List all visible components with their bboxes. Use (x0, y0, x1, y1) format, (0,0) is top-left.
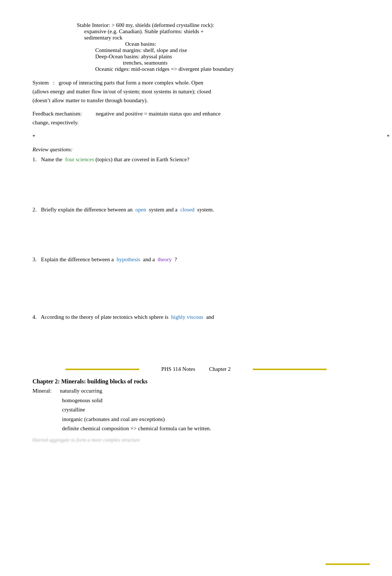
mineral-item-4-row: definite chemical composition => chemica… (62, 424, 360, 434)
stable-interior-line2: expansive (e.g. Canadian). Stable platfo… (84, 28, 360, 35)
mineral-label-row: Mineral: naturally occurring (32, 386, 360, 396)
question-1-suffix: (topics) that are covered in Earth Scien… (96, 156, 189, 162)
footer-center-text: PHS 114 Notes Chapter 2 (161, 366, 231, 372)
question-4-number: 4. (32, 314, 37, 320)
question-3: 3. Explain the difference between a hypo… (32, 255, 360, 265)
question-4-prefix: According to the theory of plate tectoni… (41, 314, 168, 320)
continental-margins: Continental margins: shelf, slope and ri… (95, 47, 360, 54)
deep-ocean: Deep-Ocean basins: abyssal plains (95, 54, 360, 60)
question-4-suffix: and (206, 314, 214, 320)
feedback-paragraph: Feedback mechanism: negative and positiv… (32, 109, 360, 127)
question-2-prefix: Briefly explain the difference between a… (41, 207, 133, 213)
bottom-divider-bar (326, 563, 370, 565)
question-3-middle: and a (143, 256, 155, 262)
blurred-bottom-text: blurred aggregate to form a more complex… (32, 437, 360, 443)
answer-area-2 (32, 229, 360, 251)
oceanic-ridges: Oceanic ridges: mid-ocean ridges => dive… (95, 66, 360, 72)
question-4-highlight-viscous: highly viscous (171, 314, 203, 320)
answer-area-4 (32, 337, 360, 362)
stable-interior-line3: sedimentary rock (84, 35, 360, 41)
mineral-section: Mineral: naturally occurring homogenous … (32, 386, 360, 434)
divider-bar-left (65, 369, 139, 370)
question-2-highlight-closed: closed (180, 207, 195, 213)
footer-divider-row: PHS 114 Notes Chapter 2 (32, 366, 360, 372)
trenches: trenches, seamounts (123, 60, 360, 66)
mineral-item-0: naturally occurring (60, 388, 102, 394)
question-2-number: 2. (32, 207, 37, 213)
question-2: 2. Briefly explain the difference betwee… (32, 205, 360, 215)
question-3-highlight-theory: theory (158, 256, 172, 262)
question-3-highlight-hypothesis: hypothesis (117, 256, 140, 262)
answer-area-3 (32, 279, 360, 309)
stable-interior-line1: Stable Interior: > 600 my, shields (defo… (77, 22, 360, 28)
question-2-suffix: system. (197, 207, 214, 213)
answer-area-1 (32, 179, 360, 201)
question-3-prefix: Explain the difference between a (41, 256, 114, 262)
ocean-basins-label: Ocean basins: (32, 41, 360, 47)
mineral-item-1-row: homogenous solid (62, 396, 360, 406)
question-3-suffix: ? (175, 256, 177, 262)
chapter2-title: Chapter 2: Minerals: building blocks of … (32, 378, 360, 385)
question-1-prefix: Name the (41, 156, 62, 162)
mineral-item-3-row: inorganic (carbonates and coal are excep… (62, 415, 360, 424)
divider-bar-right (253, 369, 327, 370)
system-paragraph: System : group of interacting parts that… (32, 78, 360, 105)
question-3-number: 3. (32, 256, 37, 262)
question-1-number: 1. (32, 156, 37, 162)
mineral-item-2-row: crystalline (62, 405, 360, 415)
separator: * * * * * * (32, 134, 360, 140)
question-4: 4. According to the theory of plate tect… (32, 313, 360, 322)
top-notes: Stable Interior: > 600 my, shields (defo… (32, 22, 360, 72)
question-1-highlight: four sciences (65, 156, 94, 162)
question-2-highlight-open: open (135, 207, 146, 213)
review-header: Review questions: (32, 146, 360, 153)
question-2-middle: system and a (149, 207, 178, 213)
page: Stable Interior: > 600 my, shields (defo… (0, 0, 392, 576)
question-1: 1. Name the four sciences (topics) that … (32, 155, 360, 165)
